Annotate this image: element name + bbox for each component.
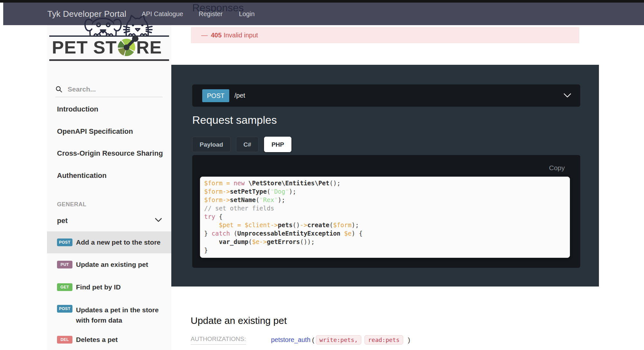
logo-text-left: PET ST (52, 37, 117, 58)
code-line: try { (204, 212, 566, 221)
authorizations-label: AUTHORIZATIONS: (191, 335, 246, 345)
endpoint-label: Deletes a pet (76, 335, 118, 345)
sidebar-item-authentication[interactable]: Authentication (57, 171, 107, 180)
logo-green-o-icon (118, 39, 135, 56)
response-description: Invalid input (223, 32, 258, 39)
scope-chip-read-pets: read:pets (365, 335, 403, 345)
code-line: } (204, 246, 566, 254)
response-405-row[interactable]: — 405 Invalid input (191, 27, 579, 43)
code-line: // set other fields (204, 204, 566, 212)
code-line: var_dump($e->getErrors()); (204, 238, 566, 246)
paren-open: ( (312, 336, 314, 344)
endpoint-label: Add a new pet to the store (76, 237, 161, 248)
search-box (55, 82, 163, 97)
code-line: $form->setPetType("Dog"); (204, 187, 566, 196)
sidebar: PET ST RE Introduction OpenAPI Specifica… (47, 3, 171, 350)
endpoint-label: Find pet by ID (76, 282, 121, 292)
operation-heading-update-pet: Update an existing pet (191, 315, 287, 326)
portal-brand[interactable]: Tyk Developer Portal (47, 9, 126, 19)
language-tabs: PayloadC#PHP (192, 137, 291, 152)
scope-chip-write-pets: write:pets, (316, 335, 361, 345)
sidebar-endpoint-item[interactable]: POSTAdd a new pet to the store (47, 231, 171, 253)
sidebar-endpoint-item[interactable]: DELDeletes a pet (47, 329, 171, 350)
sidebar-endpoint-item[interactable]: PUTUpdate an existing pet (47, 253, 171, 276)
sidebar-section-general: GENERAL (57, 201, 87, 208)
tab-php[interactable]: PHP (264, 137, 291, 152)
petstore-auth-link[interactable]: petstore_auth (271, 336, 310, 344)
authorizations-row: AUTHORIZATIONS: petstore_auth ( write:pe… (191, 335, 412, 345)
copy-button[interactable]: Copy (549, 164, 565, 172)
endpoint-path: /pet (234, 84, 245, 107)
sidebar-item-openapi-specification[interactable]: OpenAPI Specification (57, 127, 133, 136)
method-badge: PUT (57, 261, 72, 268)
code-line: $form->setName("Rex"); (204, 196, 566, 204)
method-badge: GET (57, 283, 72, 291)
sidebar-endpoint-item[interactable]: GETFind pet by ID (47, 276, 171, 298)
method-badge: POST (57, 305, 72, 313)
window-top-strip (0, 0, 644, 3)
sidebar-group-pet[interactable]: pet (47, 214, 171, 228)
search-input[interactable] (67, 85, 152, 93)
top-navbar: Tyk Developer Portal API Catalogue Regis… (3, 3, 644, 25)
response-dash: — (201, 32, 208, 39)
code-line: } catch (UnprocessableEntityException $e… (204, 229, 566, 238)
sidebar-item-cors[interactable]: Cross-Origin Resource Sharing (57, 149, 163, 158)
method-badge-post: POST (202, 89, 229, 102)
code-sample-container: Copy $form = new \PetStore\Entities\Pet(… (192, 155, 580, 268)
sidebar-item-introduction[interactable]: Introduction (57, 105, 98, 113)
code-line: $form = new \PetStore\Entities\Pet(); (204, 179, 566, 187)
logo-text-right: RE (136, 37, 162, 58)
code-line: $pet = $client->pets()->create($form); (204, 221, 566, 229)
pet-group-label: pet (57, 217, 68, 225)
tab-c[interactable]: C# (236, 137, 259, 152)
endpoint-label: Update an existing pet (76, 259, 148, 270)
page: Responses Tyk Developer Portal API Catal… (0, 0, 644, 350)
petstore-logo[interactable]: PET ST RE (52, 37, 162, 58)
logo-divider-bottom (49, 59, 169, 61)
method-badge: DEL (57, 336, 72, 344)
navbar-link-api-catalogue[interactable]: API Catalogue (142, 10, 183, 18)
endpoint-label: Updates a pet in the store with form dat… (76, 305, 168, 326)
request-samples-heading: Request samples (192, 114, 277, 126)
chevron-down-icon[interactable] (564, 93, 571, 98)
paren-close: ) (408, 336, 410, 344)
chevron-down-icon (155, 218, 162, 222)
navbar-link-register[interactable]: Register (199, 10, 223, 18)
method-badge: POST (57, 238, 72, 246)
response-code: 405 (211, 32, 222, 39)
endpoint-bar[interactable]: POST /pet (192, 84, 580, 107)
request-samples-panel: POST /pet Request samples PayloadC#PHP C… (171, 65, 599, 287)
navbar-link-login[interactable]: Login (239, 10, 255, 18)
sidebar-endpoint-item[interactable]: POSTUpdates a pet in the store with form… (47, 298, 171, 329)
search-icon (55, 86, 62, 93)
php-code-sample: $form = new \PetStore\Entities\Pet();$fo… (200, 177, 570, 258)
endpoint-list: POSTAdd a new pet to the storePUTUpdate … (47, 231, 171, 350)
tab-payload[interactable]: Payload (192, 137, 231, 152)
